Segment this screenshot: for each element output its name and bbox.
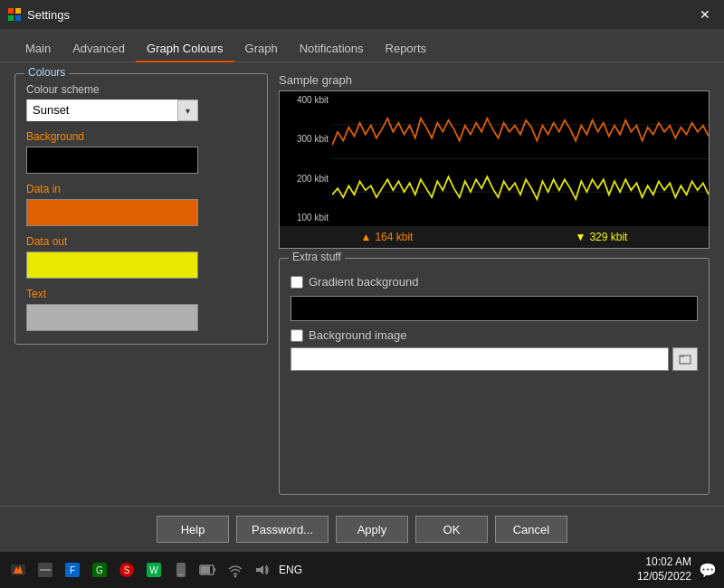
colour-scheme-value: Sunset [27, 100, 177, 121]
file-browse-button[interactable] [672, 347, 698, 371]
graph-canvas [332, 91, 709, 226]
background-image-label: Background image [309, 328, 406, 342]
tab-notifications[interactable]: Notifications [289, 36, 375, 62]
colour-scheme-label: Colour scheme [26, 83, 256, 96]
taskbar-icon-4[interactable]: G [89, 559, 110, 581]
taskbar: F G S W [0, 552, 724, 588]
background-color-swatch[interactable] [26, 147, 198, 174]
data-out-color-swatch[interactable] [26, 251, 198, 279]
content-area: Colours Colour scheme Sunset ▾ Backgroun… [0, 62, 724, 506]
colour-scheme-dropdown[interactable]: Sunset ▾ [26, 100, 198, 121]
gradient-bg-checkbox[interactable] [291, 276, 303, 289]
svg-rect-8 [680, 356, 684, 357]
taskbar-icon-3[interactable]: F [62, 559, 83, 581]
colours-panel: Colours Colour scheme Sunset ▾ Backgroun… [14, 73, 268, 495]
y-label-300: 300 kbit [280, 134, 329, 144]
svg-rect-12 [40, 569, 51, 571]
taskbar-icon-volume[interactable] [252, 559, 273, 581]
svg-text:F: F [70, 565, 75, 575]
extra-stuff-panel: Extra stuff Gradient background Backgrou… [279, 258, 710, 495]
text-label: Text [26, 288, 256, 300]
taskbar-icon-battery[interactable] [197, 559, 219, 581]
background-image-row: Background image [291, 328, 698, 342]
svg-rect-22 [178, 574, 184, 575]
taskbar-icon-5[interactable]: S [116, 559, 138, 581]
svg-rect-3 [15, 15, 21, 21]
taskbar-left: F G S W [7, 559, 634, 581]
taskbar-icon-fire[interactable] [7, 559, 29, 581]
taskbar-icon-phone[interactable] [170, 559, 192, 581]
sample-graph-section: Sample graph 400 kbit 300 kbit 200 kbit … [279, 73, 710, 249]
taskbar-icon-2[interactable] [34, 559, 56, 581]
data-in-label: Data in [26, 183, 256, 195]
stat-up-value: 164 kbit [375, 231, 413, 243]
tab-advanced[interactable]: Advanced [62, 36, 136, 62]
svg-text:G: G [96, 565, 103, 575]
cancel-button[interactable]: Cancel [495, 516, 567, 543]
titlebar-icon [7, 7, 22, 22]
right-panel: Sample graph 400 kbit 300 kbit 200 kbit … [279, 73, 710, 495]
extra-stuff-legend: Extra stuff [289, 251, 345, 263]
apply-button[interactable]: Apply [336, 516, 408, 543]
y-label-100: 100 kbit [280, 213, 329, 223]
y-label-200: 200 kbit [280, 174, 329, 184]
titlebar: Settings ✕ [0, 0, 724, 29]
sample-graph-container: 400 kbit 300 kbit 200 kbit 100 kbit [279, 90, 710, 249]
window-title: Settings [27, 8, 693, 22]
ok-button[interactable]: OK [415, 516, 488, 543]
password-button[interactable]: Password... [236, 516, 329, 543]
tab-graph-colours[interactable]: Graph Colours [136, 36, 234, 62]
tabbar: Main Advanced Graph Colours Graph Notifi… [0, 29, 724, 62]
stat-download: ▼ 329 kbit [576, 231, 628, 243]
window-body: Main Advanced Graph Colours Graph Notifi… [0, 29, 724, 552]
data-in-color-swatch[interactable] [26, 199, 198, 226]
svg-marker-27 [256, 565, 263, 574]
svg-rect-24 [214, 568, 215, 572]
colours-legend: Colours [24, 66, 69, 79]
file-path-input[interactable] [291, 347, 669, 371]
svg-text:S: S [124, 565, 130, 575]
sample-graph-label: Sample graph [279, 73, 710, 87]
tab-reports[interactable]: Reports [375, 36, 438, 62]
notification-icon[interactable]: 💬 [699, 562, 717, 579]
button-bar: Help Password... Apply OK Cancel [0, 506, 724, 552]
tab-graph[interactable]: Graph [234, 36, 289, 62]
taskbar-right: 10:02 AM 12/05/2022 💬 [637, 555, 717, 583]
colours-group: Colours Colour scheme Sunset ▾ Backgroun… [14, 73, 268, 345]
gradient-bg-row: Gradient background [291, 275, 698, 289]
svg-text:W: W [149, 565, 158, 575]
stat-upload: ▲ 164 kbit [361, 231, 414, 243]
stat-down-value: 329 kbit [589, 231, 627, 243]
background-label: Background [26, 130, 256, 143]
close-button[interactable]: ✕ [693, 5, 717, 24]
text-color-swatch[interactable] [26, 304, 198, 331]
data-out-label: Data out [26, 235, 256, 248]
folder-icon [679, 353, 691, 365]
svg-rect-1 [15, 8, 21, 14]
graph-y-labels: 400 kbit 300 kbit 200 kbit 100 kbit [280, 91, 332, 226]
y-label-400: 400 kbit [280, 95, 329, 105]
time-display: 10:02 AM [637, 555, 691, 570]
up-arrow-icon: ▲ [361, 231, 372, 243]
file-row [291, 347, 698, 371]
gradient-color-input[interactable] [291, 296, 698, 321]
taskbar-icon-6[interactable]: W [143, 559, 165, 581]
taskbar-time: 10:02 AM 12/05/2022 [637, 555, 691, 583]
taskbar-language: ENG [279, 564, 302, 576]
svg-rect-25 [201, 566, 210, 574]
background-image-checkbox[interactable] [291, 329, 303, 342]
dropdown-arrow-icon[interactable]: ▾ [177, 100, 197, 120]
gradient-bg-label: Gradient background [309, 275, 418, 289]
help-button[interactable]: Help [157, 516, 229, 543]
svg-rect-2 [8, 15, 14, 21]
svg-rect-0 [8, 8, 14, 14]
date-display: 12/05/2022 [637, 570, 691, 584]
down-arrow-icon: ▼ [576, 231, 586, 243]
graph-footer: ▲ 164 kbit ▼ 329 kbit [280, 226, 709, 248]
tab-main[interactable]: Main [14, 36, 62, 62]
taskbar-icon-wifi[interactable] [224, 559, 246, 581]
svg-point-26 [234, 575, 237, 578]
